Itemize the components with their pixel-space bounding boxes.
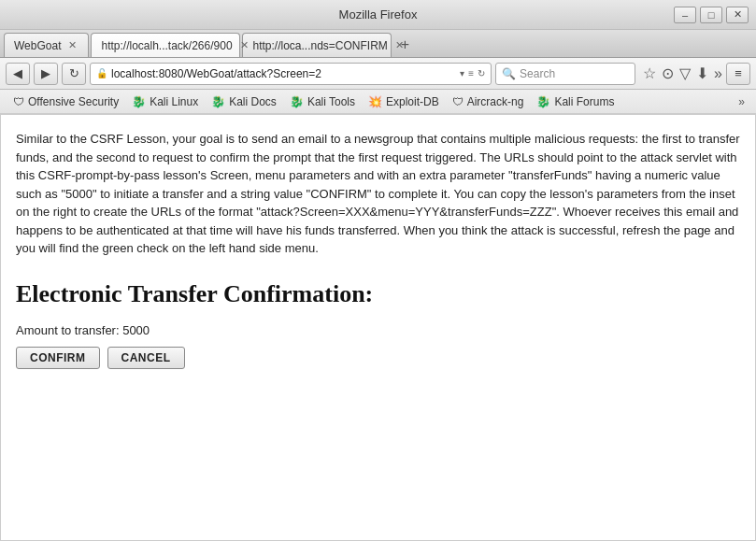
offensive-security-icon: 🛡 xyxy=(13,95,24,108)
navbar: ◀ ▶ ↻ 🔓 localhost:8080/WebGoat/attack?Sc… xyxy=(0,58,756,90)
pocket-icon[interactable]: ▽ xyxy=(679,64,691,82)
security-icon: 🔓 xyxy=(96,68,107,78)
bookmark-label-kali-docs: Kali Docs xyxy=(229,95,277,108)
transfer-amount-label: Amount to transfer: 5000 xyxy=(16,323,740,337)
page-content: Similar to the CSRF Lesson, your goal is… xyxy=(0,114,756,541)
url-dropdown-icon: ▾ xyxy=(460,68,464,78)
cancel-button[interactable]: CANCEL xyxy=(107,347,185,369)
bookmark-kali-linux[interactable]: 🐉 Kali Linux xyxy=(126,93,204,110)
minimize-button[interactable]: – xyxy=(674,7,696,23)
more-tools-icon[interactable]: » xyxy=(714,65,722,82)
aircrack-icon: 🛡 xyxy=(452,95,464,108)
back-button[interactable]: ◀ xyxy=(6,63,30,85)
reload-button[interactable]: ↻ xyxy=(62,63,86,85)
bookmark-label-aircrack: Aircrack-ng xyxy=(467,95,524,108)
forward-button[interactable]: ▶ xyxy=(34,63,58,85)
kali-linux-icon: 🐉 xyxy=(132,95,146,108)
action-buttons: CONFIRM CANCEL xyxy=(16,347,740,369)
tab-label-webgoat: WebGoat xyxy=(14,39,61,52)
new-tab-button[interactable]: + xyxy=(393,33,416,57)
tab-label-confirm: http://loca...nds=CONFIRM xyxy=(252,39,387,52)
bookmark-star-icon[interactable]: ☆ xyxy=(643,64,656,82)
page-description: Similar to the CSRF Lesson, your goal is… xyxy=(16,130,740,258)
bookmark-kali-forums[interactable]: 🐉 Kali Forums xyxy=(531,93,620,110)
bookmark-kali-tools[interactable]: 🐉 Kali Tools xyxy=(284,93,361,110)
sync-icon[interactable]: ⊙ xyxy=(662,64,674,82)
bookmark-aircrack[interactable]: 🛡 Aircrack-ng xyxy=(447,93,530,110)
tab-close-attack[interactable]: ✕ xyxy=(238,38,250,52)
bookmark-label-exploit-db: Exploit-DB xyxy=(386,95,439,108)
kali-docs-icon: 🐉 xyxy=(211,95,225,108)
bookmark-exploit-db[interactable]: 💥 Exploit-DB xyxy=(363,93,445,110)
tab-confirm[interactable]: http://loca...nds=CONFIRM ✕ xyxy=(242,33,392,57)
bookmark-offensive-security[interactable]: 🛡 Offensive Security xyxy=(7,93,124,110)
tab-close-webgoat[interactable]: ✕ xyxy=(66,38,78,52)
close-button[interactable]: ✕ xyxy=(726,7,749,23)
tabbar: WebGoat ✕ http://localh...tack/266/900 ✕… xyxy=(0,30,756,58)
tab-webgoat[interactable]: WebGoat ✕ xyxy=(4,33,89,57)
tab-label-attack: http://localh...tack/266/900 xyxy=(101,39,232,52)
page-heading: Electronic Transfer Confirmation: xyxy=(16,280,740,308)
exploit-db-icon: 💥 xyxy=(368,95,382,108)
search-placeholder: Search xyxy=(520,67,555,80)
bookmarks-bar: 🛡 Offensive Security 🐉 Kali Linux 🐉 Kali… xyxy=(0,90,756,114)
bookmark-label-offensive-security: Offensive Security xyxy=(28,95,119,108)
tab-attack[interactable]: http://localh...tack/266/900 ✕ xyxy=(91,33,240,57)
bookmark-label-kali-forums: Kali Forums xyxy=(554,95,614,108)
maximize-button[interactable]: □ xyxy=(700,7,722,23)
reader-mode-icon[interactable]: ≡ xyxy=(468,68,474,78)
confirm-button[interactable]: CONFIRM xyxy=(16,347,100,369)
bookmark-label-kali-linux: Kali Linux xyxy=(150,95,198,108)
kali-tools-icon: 🐉 xyxy=(290,95,304,108)
titlebar-title: Mozilla Firefox xyxy=(339,7,418,21)
url-text: localhost:8080/WebGoat/attack?Screen=2 xyxy=(111,67,456,80)
titlebar-controls: – □ ✕ xyxy=(674,7,749,23)
nav-icons: ☆ ⊙ ▽ ⬇ » xyxy=(643,64,722,82)
menu-button[interactable]: ≡ xyxy=(726,63,750,85)
kali-forums-icon: 🐉 xyxy=(536,95,550,108)
bookmark-kali-docs[interactable]: 🐉 Kali Docs xyxy=(206,93,282,110)
url-bar[interactable]: 🔓 localhost:8080/WebGoat/attack?Screen=2… xyxy=(90,63,492,85)
titlebar: Mozilla Firefox – □ ✕ xyxy=(0,0,756,30)
search-bar[interactable]: 🔍 Search xyxy=(495,63,635,85)
reload-url-icon[interactable]: ↻ xyxy=(478,68,485,78)
bookmark-label-kali-tools: Kali Tools xyxy=(307,95,355,108)
bookmarks-more-button[interactable]: » xyxy=(735,93,749,110)
download-icon[interactable]: ⬇ xyxy=(696,64,708,82)
search-icon: 🔍 xyxy=(502,67,516,80)
